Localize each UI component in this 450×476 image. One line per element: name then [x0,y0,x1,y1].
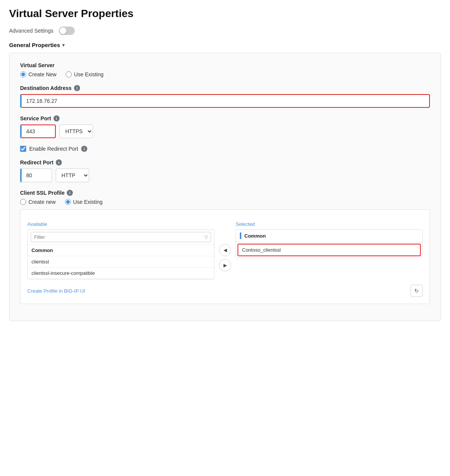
transfer-left-button[interactable]: ◀ [219,244,231,256]
selected-panel: Common Contoso_clientssl [236,229,423,258]
virtual-server-use-existing-label: Use Existing [74,71,104,77]
enable-redirect-port-row: Enable Redirect Port i [20,146,430,152]
destination-address-info-icon: i [74,85,80,91]
redirect-port-input[interactable] [22,169,52,182]
general-properties-card: Virtual Server Create New Use Existing D… [9,53,441,321]
redirect-port-group: Redirect Port i HTTP HTTPS Other [20,159,430,182]
virtual-server-group: Virtual Server Create New Use Existing [20,62,430,77]
filter-icon: ▽ [205,235,208,240]
selected-label: Selected [236,221,423,227]
general-properties-header: General Properties ▾ [9,42,441,48]
refresh-button[interactable]: ↻ [411,285,423,297]
destination-address-label: Destination Address i [20,85,430,91]
available-list-panel: ▽ Common clientssl clientssl-insecure-co… [27,229,214,279]
service-port-input-wrap [20,125,56,138]
transfer-buttons: ◀ ▶ [214,244,236,271]
service-port-input[interactable] [22,125,56,138]
available-list-items: Common clientssl clientssl-insecure-comp… [28,245,214,279]
redirect-port-protocol-select[interactable]: HTTP HTTPS Other [56,169,89,182]
left-arrow-icon: ◀ [223,247,227,253]
create-profile-link[interactable]: Create Profile in BIG-IP UI [27,288,85,294]
redirect-port-label: Redirect Port i [20,159,430,165]
filter-input-wrap: ▽ [28,230,214,245]
bottom-row: Create Profile in BIG-IP UI ↻ [27,285,423,297]
service-port-row: HTTPS HTTP Other [20,125,430,138]
client-ssl-profile-label: Client SSL Profile i [20,190,430,196]
dual-list-container: Available ▽ Common clientssl clientssl-i… [27,221,423,279]
page-title: Virtual Server Properties [9,8,441,20]
chevron-down-icon: ▾ [62,43,65,48]
client-ssl-profile-radio-group: Create new Use Existing [20,199,430,205]
available-panel: Available ▽ Common clientssl clientssl-i… [27,221,214,279]
service-port-label: Service Port i [20,115,430,121]
advanced-settings-label: Advanced Settings [9,28,53,34]
client-ssl-use-existing-radio[interactable] [65,199,71,205]
enable-redirect-port-checkbox[interactable] [20,146,26,152]
virtual-server-label: Virtual Server [20,62,430,68]
virtual-server-create-new-label: Create New [28,71,57,77]
selected-group-header: Common [236,230,422,242]
destination-address-group: Destination Address i [20,85,430,108]
virtual-server-use-existing[interactable]: Use Existing [66,71,104,77]
selected-panel-wrap: Selected Common Contoso_clientssl [236,221,423,258]
virtual-server-create-new[interactable]: Create New [20,71,57,77]
destination-address-input-wrap [20,94,430,108]
client-ssl-profile-info-icon: i [67,190,73,196]
redirect-port-input-wrap [20,169,52,182]
general-properties-label: General Properties [9,42,60,48]
virtual-server-create-new-radio[interactable] [20,71,26,77]
client-ssl-create-new-label: Create new [28,199,56,205]
selected-item[interactable]: Contoso_clientssl [238,244,421,256]
right-arrow-icon: ▶ [223,263,227,268]
service-port-info-icon: i [53,115,60,121]
service-port-group: Service Port i HTTPS HTTP Other [20,115,430,138]
client-ssl-use-existing-label: Use Existing [73,199,103,205]
toggle-knob [60,27,66,34]
virtual-server-radio-group: Create New Use Existing [20,71,430,77]
transfer-right-button[interactable]: ▶ [219,259,231,271]
selected-left-bar [240,232,241,239]
client-ssl-profile-group: Client SSL Profile i Create new Use Exis… [20,190,430,304]
client-ssl-create-new[interactable]: Create new [20,199,56,205]
list-item[interactable]: clientssl-insecure-compatible [28,268,214,279]
refresh-icon: ↻ [414,288,419,294]
enable-redirect-port-info-icon: i [81,146,87,152]
virtual-server-use-existing-radio[interactable] [66,71,72,77]
redirect-port-row: HTTP HTTPS Other [20,169,430,182]
list-item[interactable]: clientssl [28,256,214,268]
filter-input[interactable] [31,232,211,242]
redirect-port-info-icon: i [56,159,62,165]
ssl-profile-section: Available ▽ Common clientssl clientssl-i… [20,210,430,304]
advanced-settings-toggle[interactable] [59,27,75,35]
destination-address-input[interactable] [22,94,430,108]
enable-redirect-port-label: Enable Redirect Port [29,146,78,152]
client-ssl-create-new-radio[interactable] [20,199,26,205]
advanced-settings-row: Advanced Settings [9,27,441,35]
client-ssl-use-existing[interactable]: Use Existing [65,199,103,205]
available-label: Available [27,221,214,227]
service-port-protocol-select[interactable]: HTTPS HTTP Other [60,125,93,138]
available-group-header: Common [28,245,214,256]
